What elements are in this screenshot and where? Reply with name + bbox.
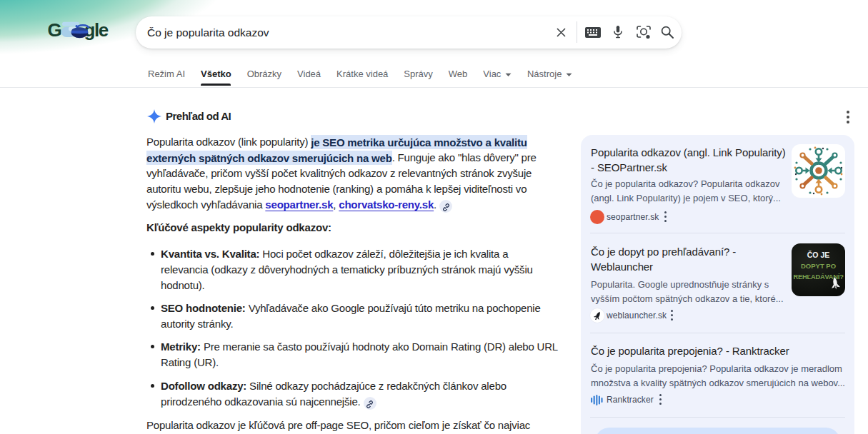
svg-text:G: G — [48, 19, 61, 41]
svg-text:gle: gle — [84, 19, 109, 41]
